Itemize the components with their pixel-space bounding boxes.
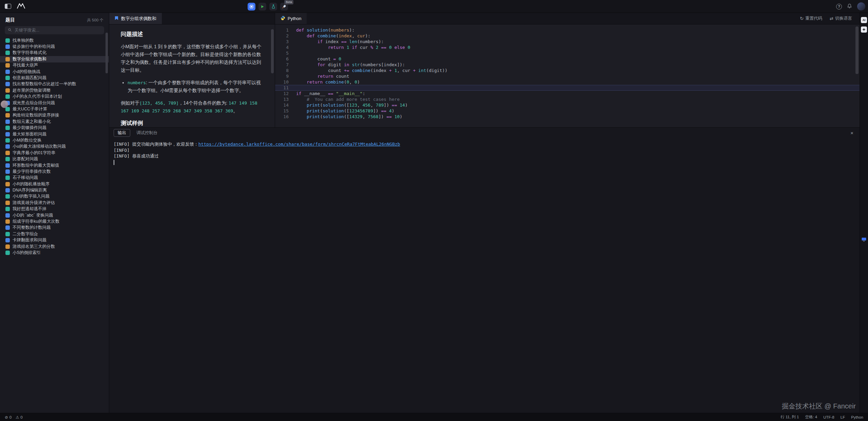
app-logo-icon[interactable] <box>17 2 25 11</box>
code-line[interactable]: 10 return combine(0, 0) <box>275 79 860 85</box>
problem-item-label: DNA序列编辑距离 <box>13 187 47 193</box>
language-tab[interactable]: Python <box>275 13 307 24</box>
problem-list-item[interactable]: 小U的数字插入问题 <box>0 194 109 200</box>
problem-list-item[interactable]: 数字分组求偶数和 <box>0 56 109 62</box>
search-input[interactable] <box>14 28 101 33</box>
code-line[interactable]: 13 # You can add more test cases here <box>275 96 860 102</box>
problem-list-item[interactable]: 小R的随机播放顺序 <box>0 181 109 187</box>
problem-list-item[interactable]: 数组元素之和最小化 <box>0 118 109 125</box>
submit-button[interactable]: Beta <box>280 3 288 11</box>
code-line[interactable]: 9 return count <box>275 73 860 79</box>
tab-output[interactable]: 输出 <box>114 129 130 137</box>
console-close-icon[interactable]: × <box>850 130 853 136</box>
problem-list-item[interactable]: 找单独的数 <box>0 37 109 43</box>
status-item[interactable]: 空格: 4 <box>805 415 817 420</box>
parameter-description: : 一个由多个整数字符串组成的列表，每个字符串可以视为一个数字组。小M需要从每个… <box>128 80 261 93</box>
problem-list-item[interactable]: 字典序最小的01字符串 <box>0 150 109 156</box>
code-area[interactable]: 1def solution(numbers):2 def combine(ind… <box>275 24 860 127</box>
code-line[interactable]: 14 print(solution([123, 456, 789]) == 14… <box>275 102 860 108</box>
code-line[interactable]: 2 def combine(index, cur): <box>275 33 860 39</box>
problem-list-item[interactable]: 卡牌翻面求和问题 <box>0 237 109 243</box>
warnings-status[interactable]: ⚠ 0 <box>16 415 23 420</box>
problem-list-item[interactable]: 游戏排名第三大的分数 <box>0 243 109 250</box>
status-item[interactable]: UTF-8 <box>823 415 834 419</box>
problem-list-item[interactable]: 环形数组中的最大贡献值 <box>0 162 109 168</box>
code-line[interactable]: 7 for digit in str(numbers[index]): <box>275 62 860 68</box>
code-line[interactable]: 1def solution(numbers): <box>275 27 860 33</box>
ai-assistant-button[interactable]: AI <box>861 17 867 23</box>
problem-item-label: 石子移动问题 <box>13 175 38 181</box>
problem-list-item[interactable]: 小D的 `abc` 变换问题 <box>0 212 109 218</box>
problem-list-item[interactable]: 我好想逃却逃不掉 <box>0 206 109 212</box>
problem-list-item[interactable]: 观光景点组合得分问题 <box>0 100 109 106</box>
code-line[interactable]: 16 print(solution([14329, 7568]) == 10) <box>275 114 860 120</box>
problem-list-item[interactable]: DNA序列编辑距离 <box>0 187 109 193</box>
code-line[interactable]: 6 count = 0 <box>275 56 860 62</box>
problem-difficulty-icon <box>5 251 10 255</box>
code-lines: 1def solution(numbers):2 def combine(ind… <box>275 27 860 120</box>
code-line[interactable]: 8 count += combine(index + 1, cur + int(… <box>275 68 860 73</box>
help-icon[interactable]: ? <box>836 4 842 10</box>
problem-list-item[interactable]: 超市里的货物架调整 <box>0 87 109 93</box>
code-line[interactable]: 12if __name__ == "__main__": <box>275 91 860 96</box>
code-line[interactable]: 5 <box>275 50 860 56</box>
errors-status[interactable]: ⊘ 0 <box>5 415 12 420</box>
console-feedback-link[interactable]: https://bytedance.larkoffice.com/share/b… <box>198 142 400 147</box>
problem-list-item[interactable]: 寻找最大葫芦 <box>0 62 109 69</box>
problem-list-item[interactable]: 小F的永久代币卡回本计划 <box>0 94 109 100</box>
reset-code-button[interactable]: ↻ 重置代码 <box>800 16 822 21</box>
remote-monitor-icon[interactable] <box>862 237 867 243</box>
problem-list-item[interactable]: 游戏英雄升级潜力评估 <box>0 200 109 206</box>
problem-list-item[interactable]: 石子移动问题 <box>0 175 109 181</box>
search-box[interactable] <box>5 26 104 34</box>
editor-scrollbar[interactable] <box>855 26 859 74</box>
format-button[interactable] <box>248 3 255 11</box>
problem-list-item[interactable]: 不同整数的计数问题 <box>0 225 109 231</box>
problem-list-item[interactable]: 找出整型数组中占比超过一半的数 <box>0 81 109 87</box>
sidebar-scrollbar[interactable] <box>105 33 108 73</box>
problem-list-item[interactable]: 组成字符串ku的最大次数 <box>0 218 109 224</box>
problem-list-item[interactable]: 徒步旅行中的补给问题 <box>0 43 109 50</box>
floating-assistant-avatar[interactable] <box>1 100 8 108</box>
code-line[interactable]: 15 print(solution([123456789]) == 4) <box>275 108 860 114</box>
line-number: 4 <box>275 44 289 50</box>
problem-list-item[interactable]: 小d的怪物挑战 <box>0 69 109 75</box>
problem-list-item[interactable]: 最大矩形面积问题 <box>0 131 109 137</box>
line-number: 6 <box>275 56 289 62</box>
console-output[interactable]: [INFO] 提交功能内测体验中，欢迎反馈：https://bytedance.… <box>109 138 860 168</box>
code-text: return count <box>296 73 349 79</box>
status-item[interactable]: LF <box>841 415 845 419</box>
problem-list-item[interactable]: 小M的数位交换 <box>0 137 109 143</box>
problem-list-item[interactable]: 创意标题匹配问题 <box>0 75 109 81</box>
code-text: count = 0 <box>296 56 341 62</box>
problem-list-item[interactable]: 最少前缀操作问题 <box>0 125 109 131</box>
status-item[interactable]: Python <box>851 415 863 419</box>
problem-scrollbar[interactable] <box>271 29 274 73</box>
problem-difficulty-icon <box>5 88 10 93</box>
problem-tab[interactable]: 数字分组求偶数和 <box>109 13 162 24</box>
code-line[interactable]: 4 return 1 if cur % 2 == 0 else 0 <box>275 44 860 50</box>
problem-list-item[interactable]: 构造特定数组的逆序拼接 <box>0 112 109 118</box>
problem-list-item[interactable]: 小u的最大连续移动次数问题 <box>0 144 109 150</box>
problem-list-item[interactable]: 最大UCC子串计算 <box>0 106 109 112</box>
problem-list-item[interactable]: 二分数字组合 <box>0 231 109 237</box>
problem-list-item[interactable]: 比赛配对问题 <box>0 156 109 162</box>
status-item[interactable]: 行 11, 列 1 <box>780 415 799 420</box>
problem-list-item[interactable]: 小S的倒排索引 <box>0 250 109 256</box>
code-line[interactable]: 3 if index == len(numbers): <box>275 39 860 44</box>
problem-difficulty-icon <box>5 238 10 242</box>
example-paragraph: 例如对于[123, 456, 789]，14个符合条件的数为: 147 149 … <box>121 99 263 115</box>
run-button[interactable] <box>258 3 266 11</box>
tab-debug-console[interactable]: 调试控制台 <box>136 130 158 136</box>
sparkle-tool-button[interactable] <box>861 26 867 33</box>
code-line[interactable]: 11 <box>275 85 860 91</box>
sidebar-toggle-icon[interactable] <box>5 4 11 9</box>
notifications-bell-icon[interactable] <box>847 3 852 10</box>
user-avatar[interactable] <box>857 2 865 11</box>
switch-language-button[interactable]: ⇄ 切换语言 <box>830 16 852 21</box>
problem-list-item[interactable]: 数字字符串格式化 <box>0 50 109 56</box>
status-bar: ⊘ 0 ⚠ 0 行 11, 列 1空格: 4UTF-8LFPython <box>0 413 868 421</box>
problem-list-item[interactable]: 最少字符串操作次数 <box>0 168 109 175</box>
problem-difficulty-icon <box>5 182 10 186</box>
test-button[interactable] <box>269 3 277 11</box>
